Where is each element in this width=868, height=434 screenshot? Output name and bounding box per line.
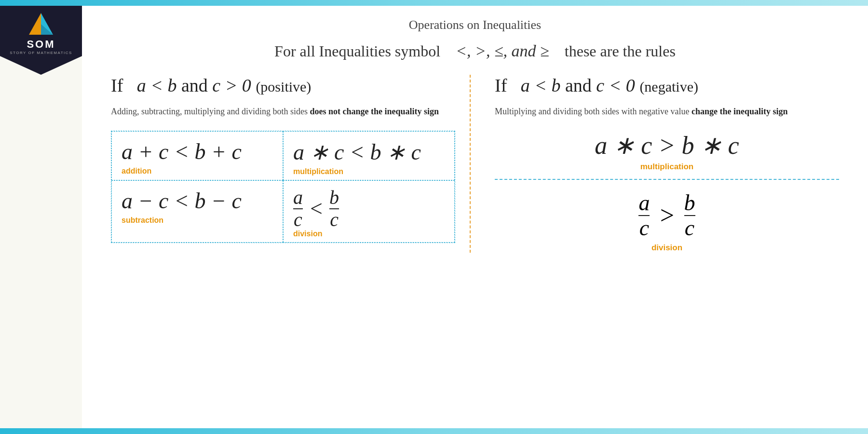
right-desc-bold: change the inequality sign (692, 107, 788, 116)
left-column: If a < b and c > 0 (positive) Adding, su… (111, 75, 471, 253)
left-addition-formula: a + c < b + c (122, 139, 273, 164)
logo-som-text: SOM (27, 38, 55, 51)
top-bar (0, 0, 868, 6)
left-subtraction-label: subtraction (122, 216, 273, 225)
right-math-expr: a < b (512, 75, 561, 95)
left-subtraction-formula: a − c < b − c (122, 188, 273, 214)
logo-sub-text: STORY OF MATHEMATICS (10, 51, 72, 55)
right-frac-den-c2: c (685, 216, 694, 239)
right-math-area: a ∗ c > b ∗ c multiplication a c > b (495, 131, 839, 253)
right-if-text: If (495, 75, 507, 95)
svg-marker-0 (29, 13, 41, 35)
logo-area: SOM STORY OF MATHEMATICS (0, 0, 82, 75)
right-math-expr2: c < 0 (596, 75, 635, 95)
left-division-label: division (293, 230, 445, 238)
right-division-label: division (495, 243, 839, 253)
logo-icon (27, 11, 55, 37)
right-mult-area: a ∗ c > b ∗ c multiplication (495, 131, 839, 180)
left-multiplication-cell: a ∗ c < b ∗ c multiplication (283, 131, 455, 180)
subtitle-before: For all Inequalities symbol (274, 42, 440, 60)
right-paren-text: (negative) (639, 79, 698, 95)
right-desc-normal: Multiplying and dividing both sides with… (495, 107, 692, 116)
fraction-denominator-c2: c (330, 209, 339, 230)
left-description: Adding, subtracting, multiplying and div… (111, 105, 455, 119)
left-if-text: If (111, 75, 123, 95)
columns-container: If a < b and c > 0 (positive) Adding, su… (111, 75, 839, 253)
left-division-formula: a c < b c (293, 188, 445, 230)
right-multiplication-label: multiplication (495, 162, 839, 172)
right-fraction-b-c: b c (684, 192, 695, 239)
left-column-header: If a < b and c > 0 (positive) (111, 75, 455, 96)
right-description: Multiplying and dividing both sides with… (495, 105, 839, 119)
subtitle-after: these are the rules (565, 42, 676, 60)
right-and-text: and (565, 75, 596, 95)
less-than-sign: < (309, 196, 324, 221)
left-addition-cell: a + c < b + c addition (111, 131, 283, 180)
right-column-header: If a < b and c < 0 (negative) (495, 75, 839, 96)
left-paren-text: (positive) (256, 79, 311, 95)
left-multiplication-formula: a ∗ c < b ∗ c (293, 139, 445, 165)
left-desc-bold: does not change the inequality sign (310, 107, 439, 116)
right-div-area: a c > b c division (495, 187, 839, 253)
subtitle-and: and (512, 42, 536, 60)
right-multiplication-formula: a ∗ c > b ∗ c (495, 131, 839, 160)
right-frac-den-c1: c (639, 216, 649, 239)
left-math-expr: a < b (128, 75, 177, 95)
page-title: Operations on Inequalities (111, 18, 839, 32)
right-column: If a < b and c < 0 (negative) Multiplyin… (471, 75, 839, 253)
left-addition-label: addition (122, 167, 273, 176)
right-fraction-a-c: a c (638, 192, 650, 239)
right-frac-num-b: b (684, 192, 695, 216)
subtitle-symbols: <, >, ≤, and ≥ (456, 42, 549, 60)
left-desc-normal: Adding, subtracting, multiplying and div… (111, 107, 310, 116)
subtitle-line: For all Inequalities symbol <, >, ≤, and… (111, 42, 839, 60)
fraction-numerator-a: a (293, 188, 303, 209)
fraction-a-c: a c (293, 188, 303, 230)
fraction-numerator-b: b (329, 188, 339, 209)
bottom-bar (0, 428, 868, 434)
left-multiplication-label: multiplication (293, 167, 445, 176)
fraction-denominator-c1: c (294, 209, 302, 230)
left-division-cell: a c < b c division (283, 180, 455, 243)
main-content: Operations on Inequalities For all Inequ… (82, 6, 868, 428)
right-greater-than: > (658, 201, 675, 230)
right-division-formula: a c > b c (495, 192, 839, 239)
fraction-b-c: b c (329, 188, 339, 230)
left-math-grid: a + c < b + c addition a ∗ c < b ∗ c mul… (111, 131, 455, 243)
left-subtraction-cell: a − c < b − c subtraction (111, 180, 283, 243)
left-math-expr2: c > 0 (212, 75, 251, 95)
right-frac-num-a: a (638, 192, 650, 216)
left-and-text: and (181, 75, 212, 95)
